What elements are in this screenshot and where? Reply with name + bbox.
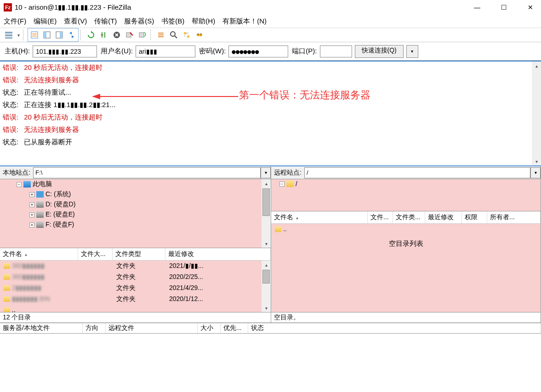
- pc-icon: [23, 181, 31, 187]
- tree-expand-icon[interactable]: +: [29, 192, 34, 197]
- col-modified[interactable]: 最近修改: [165, 248, 271, 260]
- list-item[interactable]: 360▮▮▮▮▮▮文件夹2020/2/25...: [0, 272, 271, 283]
- toggle-remote-tree-icon[interactable]: [53, 29, 65, 41]
- col-modified[interactable]: 最近修改: [425, 211, 462, 223]
- q-col-priority[interactable]: 优先...: [221, 323, 248, 333]
- menu-view[interactable]: 查看(V): [64, 17, 87, 26]
- host-input[interactable]: [33, 45, 97, 57]
- menu-help[interactable]: 帮助(H): [192, 17, 215, 26]
- svg-point-17: [171, 32, 175, 36]
- q-col-status[interactable]: 状态: [248, 323, 541, 333]
- tree-drive-item[interactable]: +D: (硬盘D): [0, 199, 271, 210]
- toggle-local-tree-icon[interactable]: [41, 29, 53, 41]
- menu-bookmarks[interactable]: 书签(B): [161, 17, 184, 26]
- drive-icon: [36, 211, 44, 218]
- toggle-queue-icon[interactable]: [66, 29, 78, 41]
- tree-expand-icon[interactable]: +: [29, 222, 34, 227]
- list-item[interactable]: ..: [0, 305, 271, 312]
- col-filename[interactable]: 文件名▴: [0, 248, 78, 260]
- tree-drive-item[interactable]: +F: (硬盘F): [0, 220, 271, 230]
- process-queue-icon[interactable]: [98, 29, 110, 41]
- remote-path-dropdown[interactable]: ▾: [530, 167, 541, 178]
- password-label: 密码(W):: [199, 47, 226, 56]
- menu-server[interactable]: 服务器(S): [124, 17, 154, 26]
- search-icon[interactable]: [194, 29, 205, 41]
- menu-file[interactable]: 文件(F): [4, 17, 26, 26]
- user-input[interactable]: [136, 45, 195, 57]
- remote-path-input[interactable]: [304, 167, 530, 178]
- log-line: 错误: 20 秒后无活动，连接超时: [0, 111, 541, 124]
- col-size[interactable]: 文件...: [368, 211, 393, 223]
- local-path-input[interactable]: [33, 167, 261, 178]
- app-icon: Fz: [4, 3, 12, 11]
- local-path-dropdown[interactable]: ▾: [261, 167, 271, 178]
- reconnect-icon[interactable]: [137, 29, 148, 41]
- list-item[interactable]: 2▮▮▮▮▮▮▮文件夹2021/4/29...: [0, 283, 271, 294]
- quick-connect-button[interactable]: 快速连接(Q): [355, 45, 404, 58]
- svg-line-18: [175, 36, 177, 38]
- disconnect-icon[interactable]: [124, 29, 136, 41]
- menu-edit[interactable]: 编辑(E): [34, 17, 57, 26]
- q-col-direction[interactable]: 方向: [83, 323, 106, 333]
- tree-collapse-icon[interactable]: −: [279, 182, 285, 187]
- log-line: 错误: 20 秒后无活动，连接超时: [0, 62, 541, 74]
- local-list-scrollbar[interactable]: ▴▾: [262, 261, 271, 312]
- list-item[interactable]: 360▮▮▮▮▮▮文件夹2021/▮/▮▮...: [0, 261, 271, 272]
- list-item[interactable]: ..: [271, 224, 541, 234]
- tree-collapse-icon[interactable]: −: [17, 182, 22, 187]
- port-label: 端口(P):: [292, 47, 317, 56]
- log-scrollbar[interactable]: ▴ ▾: [532, 62, 541, 165]
- toggle-log-icon[interactable]: [28, 29, 40, 41]
- password-input[interactable]: [228, 45, 288, 57]
- filter-icon[interactable]: [155, 29, 167, 41]
- col-permissions[interactable]: 权限: [462, 211, 487, 223]
- folder-icon: [4, 307, 10, 312]
- cancel-icon[interactable]: [111, 29, 123, 41]
- sync-browse-icon[interactable]: [181, 29, 193, 41]
- menu-update[interactable]: 有新版本！(N): [222, 17, 267, 26]
- titlebar: Fz 10 - arison@1▮▮.1▮▮.▮▮.223 - FileZill…: [0, 0, 541, 15]
- refresh-icon[interactable]: [85, 29, 97, 41]
- q-col-remote[interactable]: 远程文件: [106, 323, 198, 333]
- col-type[interactable]: 文件类...: [393, 211, 425, 223]
- list-item[interactable]: ▮▮▮▮▮▮▮.BIN文件夹2020/1/12...: [0, 294, 271, 305]
- tree-expand-icon[interactable]: +: [29, 212, 34, 217]
- transfer-queue-header: 服务器/本地文件 方向 远程文件 大小 优先... 状态: [0, 323, 541, 334]
- port-input[interactable]: [320, 45, 352, 57]
- q-col-server[interactable]: 服务器/本地文件: [0, 323, 83, 333]
- tree-drive-item[interactable]: +E: (硬盘E): [0, 210, 271, 220]
- local-tree-scrollbar[interactable]: ▴▾: [262, 179, 271, 248]
- log-line: 状态: 正在连接 1▮▮.1▮▮.▮▮.2▮▮:21...: [0, 99, 541, 111]
- tree-root-label: 此电脑: [33, 180, 52, 188]
- col-size[interactable]: 文件大...: [78, 248, 113, 260]
- col-type[interactable]: 文件类型: [113, 248, 165, 260]
- minimize-button[interactable]: —: [470, 2, 484, 13]
- close-button[interactable]: ✕: [524, 2, 537, 13]
- svg-rect-2: [5, 37, 12, 39]
- menu-transfer[interactable]: 传输(T): [94, 17, 117, 26]
- scroll-down-icon[interactable]: ▾: [532, 157, 541, 165]
- local-tree[interactable]: −此电脑 +C: (系统)+D: (硬盘D)+E: (硬盘E)+F: (硬盘F)…: [0, 179, 271, 248]
- maximize-button[interactable]: ☐: [497, 2, 511, 13]
- log-panel[interactable]: 错误: 20 秒后无活动，连接超时错误: 无法连接到服务器状态: 正在等待重试.…: [0, 61, 541, 166]
- site-manager-icon[interactable]: [3, 29, 15, 41]
- site-manager-dropdown[interactable]: ▾: [16, 29, 21, 41]
- scroll-up-icon[interactable]: ▴: [532, 62, 541, 70]
- tree-expand-icon[interactable]: +: [29, 202, 34, 207]
- svg-rect-20: [187, 35, 189, 38]
- log-line: 状态: 已从服务器断开: [0, 136, 541, 148]
- col-owner[interactable]: 所有者...: [487, 211, 541, 223]
- quick-connect-dropdown[interactable]: ▾: [406, 45, 418, 58]
- col-filename[interactable]: 文件名▴: [271, 211, 368, 223]
- compare-icon[interactable]: [168, 29, 180, 41]
- folder-icon: [4, 296, 10, 302]
- remote-tree[interactable]: −/: [271, 179, 541, 211]
- local-file-list[interactable]: 文件名▴ 文件大... 文件类型 最近修改 360▮▮▮▮▮▮文件夹2021/▮…: [0, 248, 271, 312]
- q-col-size[interactable]: 大小: [198, 323, 221, 333]
- local-site-label: 本地站点:: [0, 169, 33, 177]
- remote-file-list[interactable]: 文件名▴ 文件... 文件类... 最近修改 权限 所有者... .. 空目录列…: [271, 211, 541, 312]
- drive-icon: [36, 222, 44, 228]
- folder-icon: [286, 181, 294, 187]
- tree-drive-item[interactable]: +C: (系统): [0, 189, 271, 199]
- quick-connect-bar: 主机(H): 用户名(U): 密码(W): 端口(P): 快速连接(Q) ▾: [0, 42, 541, 61]
